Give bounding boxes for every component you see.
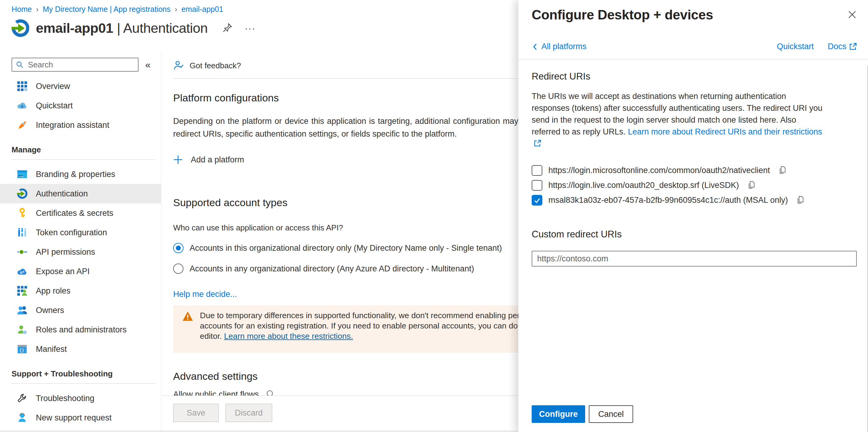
window-bottom-edge — [0, 431, 518, 431]
sidebar-item-app-roles[interactable]: App roles — [0, 281, 161, 301]
sidebar-item-manifest[interactable]: {} Manifest — [0, 339, 161, 359]
uri-row-livesdk: https://login.live.com/oauth20_desktop.s… — [532, 178, 857, 193]
collapse-sidebar-icon[interactable]: « — [145, 59, 151, 70]
integration-assistant-icon — [17, 120, 27, 130]
chevron-left-icon — [532, 43, 539, 51]
uri-row-nativeclient: https://login.microsoftonline.com/common… — [532, 163, 857, 178]
divider — [11, 159, 156, 160]
token-configuration-icon — [17, 227, 27, 238]
sidebar-item-overview[interactable]: Overview — [0, 76, 161, 96]
copy-icon[interactable] — [796, 195, 805, 205]
breadcrumb-separator: › — [36, 5, 39, 14]
sidebar-item-integration-assistant[interactable]: Integration assistant — [0, 115, 161, 135]
sidebar-item-label: Token configuration — [36, 228, 107, 237]
api-permissions-icon — [17, 247, 27, 257]
redirect-uris-description: The URIs we will accept as destinations … — [532, 91, 823, 149]
owners-icon — [17, 305, 27, 315]
divider — [173, 78, 532, 79]
all-platforms-back-link[interactable]: All platforms — [532, 42, 587, 51]
feedback-icon — [173, 60, 184, 71]
radio-button[interactable] — [173, 243, 184, 253]
app-logo-icon — [11, 20, 29, 37]
warning-text: Due to temporary differences in supporte… — [200, 310, 559, 341]
pin-icon[interactable] — [222, 23, 233, 34]
info-icon — [266, 390, 273, 396]
divider — [11, 384, 156, 384]
breadcrumb-app-registrations[interactable]: My Directory Name | App registrations — [43, 5, 171, 14]
expose-api-icon — [17, 266, 27, 276]
sidebar-item-new-support-request[interactable]: New support request — [0, 408, 161, 427]
discard-button[interactable]: Discard — [225, 404, 272, 422]
quickstart-link[interactable]: Quickstart — [777, 42, 814, 51]
copy-icon[interactable] — [747, 180, 756, 191]
uri-checkbox[interactable] — [532, 180, 542, 191]
sidebar-item-label: Expose an API — [36, 267, 90, 276]
sidebar-item-api-permissions[interactable]: API permissions — [0, 242, 161, 262]
sidebar-item-troubleshooting[interactable]: Troubleshooting — [0, 389, 161, 408]
more-options-icon[interactable]: ··· — [245, 27, 256, 30]
sidebar-item-authentication[interactable]: Authentication — [0, 184, 161, 203]
radio-label: Accounts in this organizational director… — [190, 243, 502, 253]
breadcrumb-separator: › — [175, 5, 177, 14]
authentication-icon — [17, 189, 27, 199]
divider — [518, 59, 868, 60]
uri-label: https://login.microsoftonline.com/common… — [548, 166, 770, 175]
app-roles-icon — [17, 286, 27, 296]
sidebar-item-label: App roles — [36, 286, 70, 296]
sidebar-item-branding-properties[interactable]: www Branding & properties — [0, 165, 161, 184]
warning-learn-more-link[interactable]: Learn more about these restrictions. — [224, 332, 353, 341]
sidebar-item-quickstart[interactable]: Quickstart — [0, 96, 161, 115]
docs-link[interactable]: Docs — [828, 42, 857, 51]
sidebar-item-label: Roles and administrators — [36, 325, 127, 335]
uri-checkbox[interactable] — [532, 195, 542, 205]
sidebar-item-owners[interactable]: Owners — [0, 301, 161, 320]
page-title: email-app01 | Authentication — [36, 20, 208, 36]
page-title-section: Authentication — [123, 20, 208, 36]
custom-redirect-uris-title: Custom redirect URIs — [532, 229, 857, 240]
sidebar-item-expose-an-api[interactable]: Expose an API — [0, 262, 161, 281]
page-title-app-name: email-app01 — [36, 20, 113, 36]
sidebar-search — [11, 58, 138, 72]
uri-row-msal: msal83k1a03z-eb07-457a-b2fb-99n6095s4c1c… — [532, 193, 857, 208]
branding-icon: www — [17, 169, 27, 179]
help-me-decide-link[interactable]: Help me decide... — [173, 290, 237, 299]
configure-button[interactable]: Configure — [532, 405, 585, 423]
copy-icon[interactable] — [778, 165, 787, 176]
close-icon[interactable] — [847, 10, 857, 21]
breadcrumb-email-app01[interactable]: email-app01 — [181, 5, 223, 14]
sidebar-item-label: New support request — [36, 413, 112, 423]
sidebar-item-label: Troubleshooting — [36, 394, 94, 403]
quickstart-icon — [17, 100, 27, 111]
sidebar-item-certificates-secrets[interactable]: Certificates & secrets — [0, 203, 161, 223]
main-footer: Save Discard — [162, 396, 518, 431]
radio-button[interactable] — [173, 264, 184, 274]
troubleshooting-icon — [17, 393, 27, 403]
svg-text:{}: {} — [19, 348, 24, 353]
configure-desktop-devices-panel: Configure Desktop + devices All platform… — [518, 0, 868, 432]
sidebar-item-roles-administrators[interactable]: Roles and administrators — [0, 320, 161, 339]
search-input[interactable] — [28, 60, 128, 69]
uri-label: msal83k1a03z-eb07-457a-b2fb-99n6095s4c1c… — [548, 196, 788, 205]
overview-icon — [17, 81, 27, 91]
sidebar: « Overview Quickstart — [0, 51, 161, 431]
panel-title: Configure Desktop + devices — [532, 7, 713, 23]
sidebar-item-label: Branding & properties — [36, 170, 115, 179]
azure-portal-page: Home › My Directory Name | App registrat… — [0, 0, 868, 432]
external-link-icon — [849, 42, 857, 51]
page-title-divider: | — [113, 20, 123, 36]
save-button[interactable]: Save — [173, 404, 219, 422]
breadcrumb-home[interactable]: Home — [11, 5, 32, 14]
certificates-icon — [17, 208, 27, 218]
external-link-icon — [533, 139, 541, 147]
support-request-icon — [17, 412, 27, 423]
sidebar-item-label: API permissions — [36, 247, 95, 257]
cancel-button[interactable]: Cancel — [589, 405, 633, 423]
uri-checkbox[interactable] — [532, 165, 542, 176]
sidebar-item-label: Overview — [36, 82, 70, 91]
page-header: email-app01 | Authentication ··· — [11, 20, 256, 37]
sidebar-item-token-configuration[interactable]: Token configuration — [0, 223, 161, 242]
allow-public-client-flows-label: Allow public client flows — [173, 390, 259, 396]
custom-redirect-uri-input[interactable] — [532, 251, 857, 267]
uri-label: https://login.live.com/oauth20_desktop.s… — [548, 180, 739, 190]
warning-icon — [182, 311, 193, 322]
